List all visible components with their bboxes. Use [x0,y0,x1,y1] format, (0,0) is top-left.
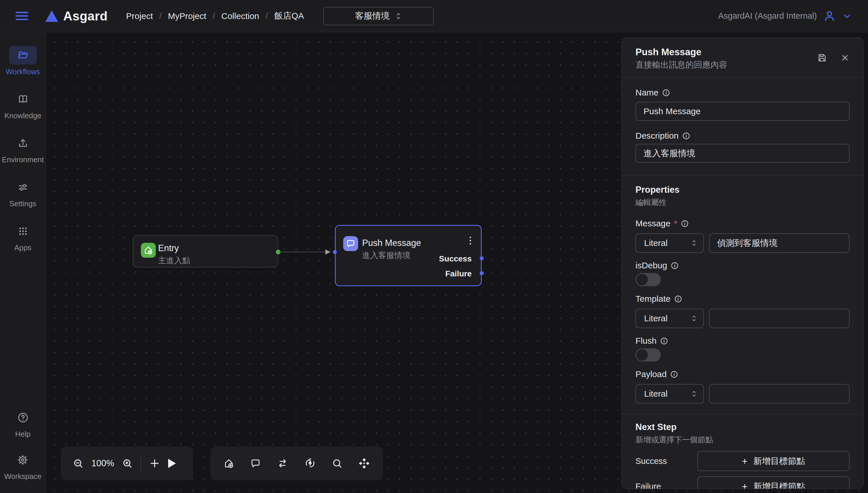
node-config-panel: Push Message 直接輸出訊息的回應內容 Name [621,37,864,489]
isdebug-label: isDebug [636,260,667,271]
next-step-failure-label: Failure [636,482,697,489]
header-account-area: AsgardAI (Asgard Internal) [718,10,852,22]
chevron-up-down-icon [395,12,402,20]
flush-toggle[interactable] [636,348,661,362]
sidebar-item-label: Apps [14,243,31,252]
swap-arrows-icon[interactable] [276,457,289,469]
move-nodes-icon[interactable] [358,457,370,469]
breadcrumb-item-project[interactable]: Project [126,11,153,21]
message-mode-select[interactable]: Literal [636,233,704,253]
edge-arrowhead-icon [325,249,330,255]
sidebar-item-label: Settings [9,199,37,208]
toolbar-divider [140,454,141,472]
toggle-knob [636,274,648,285]
add-message-node-icon[interactable] [250,458,261,469]
sidebar-item-settings[interactable]: Settings [9,178,37,208]
push-failure-port[interactable] [480,271,484,275]
node-title: Push Message [362,237,421,249]
template-value-input[interactable] [709,308,850,328]
sidebar-item-apps[interactable]: Apps [9,222,37,252]
sidebar-item-label: Environment [2,155,44,164]
info-icon[interactable] [670,261,679,270]
zoom-in-icon[interactable] [121,458,133,469]
isdebug-toggle[interactable] [636,273,661,286]
intent-detect-icon[interactable] [304,457,316,469]
sidebar-item-knowledge[interactable]: Knowledge [4,90,41,120]
message-mode-value: Literal [644,238,668,248]
sidebar-item-label: Workspace [4,472,42,481]
add-entry-node-icon[interactable] [223,458,234,469]
sidebar-item-workspace[interactable]: Workspace [4,451,42,481]
chat-bubble-icon [343,236,358,251]
info-icon[interactable] [682,132,690,140]
close-icon[interactable] [840,53,850,62]
breadcrumb-item-collection[interactable]: Collection [221,11,259,21]
template-label-row: Template [636,294,850,304]
push-success-port[interactable] [480,256,484,260]
info-icon[interactable] [674,295,682,303]
search-icon[interactable] [332,458,343,469]
sidebar-item-help[interactable]: Help [9,408,37,438]
properties-subheading: 編輯屬性 [636,198,850,207]
payload-row: Literal [636,384,850,404]
app-logo[interactable]: Asgard [45,9,108,23]
breadcrumb: Project / MyProject / Collection / 飯店QA [123,10,307,22]
panel-next-step-section: Next Step 新增或選擇下一個節點 Success + 新增目標節點 Fa… [622,414,863,489]
payload-value-input[interactable] [709,384,850,404]
sliders-icon [9,178,37,196]
breadcrumb-separator: / [266,11,268,21]
info-icon[interactable] [670,370,678,379]
next-step-subheading: 新增或選擇下一個節點 [636,435,850,444]
panel-basic-section: Name Push Message Description 進入客服情境 [622,78,863,175]
edge-entry-to-push [278,252,330,252]
next-step-success-label: Success [636,456,697,466]
hamburger-menu-icon[interactable] [16,10,28,22]
chevron-down-icon[interactable] [842,11,852,21]
name-label: Name [636,87,659,98]
payload-mode-select[interactable]: Literal [636,384,704,404]
run-workflow-play-icon[interactable] [168,459,176,468]
node-entry[interactable]: Entry 主進入點 [133,235,278,267]
message-value-input[interactable]: 偵測到客服情境 [709,233,850,253]
environment-selector[interactable]: 客服情境 [323,7,434,25]
zoom-level: 100% [91,458,114,469]
panel-header: Push Message 直接輸出訊息的回應內容 [622,38,863,78]
chevron-up-down-icon [691,314,698,322]
user-icon[interactable] [823,10,836,22]
help-icon [9,408,37,427]
message-label: Message [636,218,670,229]
name-input[interactable]: Push Message [636,102,850,121]
chevron-up-down-icon [691,390,698,398]
required-asterisk: * [674,218,678,229]
payload-label: Payload [636,369,666,379]
zoom-out-icon[interactable] [72,458,84,469]
logo-text: Asgard [63,9,108,23]
add-node-plus-icon[interactable] [149,457,161,469]
description-input[interactable]: 進入客服情境 [636,144,850,163]
add-target-node-label: 新增目標節點 [753,480,805,489]
info-icon[interactable] [681,219,689,228]
gear-icon [9,451,37,469]
template-mode-select[interactable]: Literal [636,308,704,328]
sidebar-item-workflows[interactable]: Workflows [6,46,40,76]
add-target-node-button-failure[interactable]: + 新增目標節點 [697,476,850,489]
save-icon[interactable] [817,52,827,63]
kebab-menu-icon[interactable] [470,237,471,244]
add-target-node-button-success[interactable]: + 新增目標節點 [697,451,850,471]
node-push-message[interactable]: Push Message 進入客服情境 Success Failure [335,225,482,286]
breadcrumb-item-myproject[interactable]: MyProject [168,11,206,21]
panel-actions [817,52,850,63]
sidebar-item-environment[interactable]: Environment [2,134,44,164]
push-input-port[interactable] [333,250,337,254]
node-entry-head: Entry 主進入點 [158,242,190,265]
breadcrumb-separator: / [159,11,162,21]
name-label-row: Name [636,87,850,98]
next-step-failure-row: Failure + 新增目標節點 [636,476,850,489]
upload-icon [9,134,37,152]
info-icon[interactable] [662,89,670,97]
account-label: AsgardAI (Asgard Internal) [718,11,817,21]
breadcrumb-item-workflow[interactable]: 飯店QA [274,10,304,22]
folder-icon [9,46,37,64]
breadcrumb-separator: / [213,11,215,21]
info-icon[interactable] [660,337,668,345]
